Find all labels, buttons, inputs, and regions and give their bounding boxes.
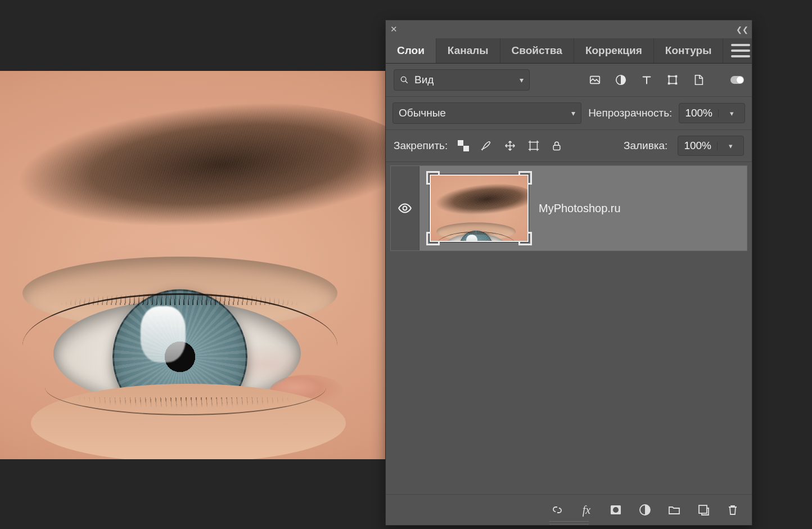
lock-all-icon[interactable] <box>551 140 562 152</box>
lock-label: Закрепить: <box>394 140 448 152</box>
svg-rect-3 <box>669 77 676 84</box>
fx-icon[interactable]: fx <box>580 503 593 517</box>
lock-move-icon[interactable] <box>504 140 516 152</box>
eye-icon <box>398 201 412 216</box>
chevron-down-icon: ▾ <box>718 109 745 118</box>
blend-row: Обычные ▾ Непрозрачность: 100% ▾ <box>386 97 752 130</box>
mask-icon[interactable] <box>609 503 622 517</box>
tab-adjustments[interactable]: Коррекция <box>574 38 654 63</box>
lock-row: Закрепить: Заливка: 100% ▾ <box>386 130 752 162</box>
lock-transparent-icon[interactable] <box>458 140 469 151</box>
svg-point-15 <box>613 507 619 513</box>
search-icon <box>400 75 409 84</box>
filter-adjust-icon[interactable] <box>615 74 627 86</box>
filter-type-dropdown[interactable]: Вид ▾ <box>394 69 530 91</box>
tab-paths[interactable]: Контуры <box>654 38 724 63</box>
fill-input[interactable]: 100% ▾ <box>678 136 744 156</box>
svg-rect-4 <box>668 75 670 78</box>
filter-pixel-icon[interactable] <box>589 74 601 86</box>
layer-visibility-toggle[interactable] <box>391 166 419 250</box>
panel-resize-grip[interactable] <box>386 521 752 526</box>
tab-layers[interactable]: Слои <box>386 38 436 63</box>
group-icon[interactable] <box>667 503 681 517</box>
panel-footer: fx <box>386 494 752 525</box>
adjustment-layer-icon[interactable] <box>638 503 652 517</box>
filter-toggle[interactable] <box>730 76 744 84</box>
tab-channels[interactable]: Каналы <box>436 38 500 63</box>
trash-icon[interactable] <box>726 503 739 517</box>
layer-filter-row: Вид ▾ <box>386 64 752 97</box>
svg-rect-7 <box>675 83 678 85</box>
opacity-label: Непрозрачность: <box>588 107 672 119</box>
svg-rect-12 <box>553 145 560 150</box>
document-canvas[interactable] <box>0 71 385 459</box>
svg-point-13 <box>403 207 407 210</box>
lock-artboard-icon[interactable] <box>527 140 540 152</box>
filter-smart-icon[interactable] <box>692 74 705 86</box>
panel-titlebar[interactable]: ✕ ❮❮ <box>386 20 752 38</box>
blend-mode-dropdown[interactable]: Обычные ▾ <box>393 102 581 124</box>
svg-rect-17 <box>699 505 707 513</box>
chevron-down-icon: ▾ <box>520 75 524 84</box>
svg-rect-6 <box>668 83 670 85</box>
opacity-value: 100% <box>679 107 718 119</box>
svg-rect-10 <box>463 146 469 151</box>
collapse-icon[interactable]: ❮❮ <box>733 25 752 34</box>
svg-rect-5 <box>675 75 678 78</box>
svg-rect-11 <box>530 142 538 150</box>
blend-mode-value: Обычные <box>399 107 446 119</box>
fill-value: 100% <box>678 140 717 152</box>
layer-name[interactable]: MyPhotoshop.ru <box>539 202 747 215</box>
link-layers-icon[interactable] <box>551 503 564 517</box>
svg-rect-9 <box>458 140 463 146</box>
layer-thumbnail[interactable] <box>430 174 529 242</box>
filter-type-label: Вид <box>414 74 434 86</box>
close-icon[interactable]: ✕ <box>386 24 402 34</box>
chevron-down-icon: ▾ <box>571 109 575 118</box>
layers-list[interactable]: MyPhotoshop.ru <box>386 162 752 490</box>
eye-photo <box>0 71 385 459</box>
filter-text-icon[interactable] <box>640 74 653 86</box>
panel-menu-icon[interactable] <box>729 38 752 63</box>
layer-item[interactable]: MyPhotoshop.ru <box>390 165 747 251</box>
layers-panel: ✕ ❮❮ Слои Каналы Свойства Коррекция Конт… <box>385 20 752 526</box>
tab-properties[interactable]: Свойства <box>500 38 574 63</box>
fill-label: Заливка: <box>624 140 667 152</box>
opacity-input[interactable]: 100% ▾ <box>679 103 745 123</box>
panel-tabs: Слои Каналы Свойства Коррекция Контуры <box>386 38 752 64</box>
filter-shape-icon[interactable] <box>666 74 679 86</box>
new-layer-icon[interactable] <box>697 503 710 517</box>
chevron-down-icon: ▾ <box>717 142 743 150</box>
lock-paint-icon[interactable] <box>480 140 493 152</box>
